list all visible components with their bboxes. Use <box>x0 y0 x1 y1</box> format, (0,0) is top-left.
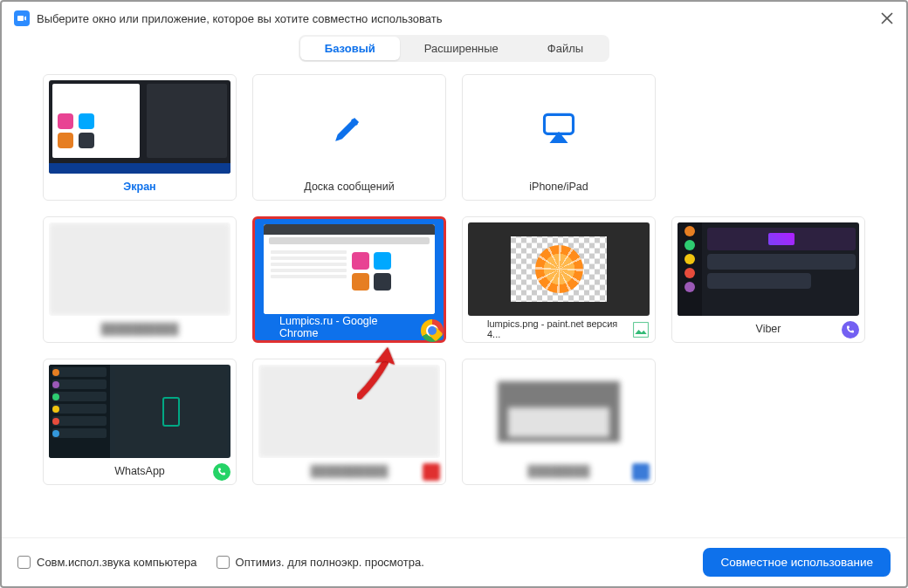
zoom-app-icon <box>14 10 30 26</box>
viber-icon <box>842 321 859 338</box>
tile-label: WhatsApp <box>44 458 236 484</box>
whatsapp-icon <box>213 463 230 481</box>
checkbox-label: Оптимиз. для полноэкр. просмотра. <box>236 556 424 569</box>
tile-label: ██████████ <box>44 316 236 342</box>
blurred-thumbnail <box>258 365 440 458</box>
tile-chrome-lumpics[interactable]: Lumpics.ru - Google Chrome <box>252 216 446 343</box>
tile-label: Доска сообщений <box>253 174 445 200</box>
tab-files[interactable]: Файлы <box>523 37 608 60</box>
checkbox-optimize-video[interactable]: Оптимиз. для полноэкр. просмотра. <box>217 556 424 569</box>
whatsapp-thumbnail <box>49 365 230 458</box>
tab-advanced[interactable]: Расширенные <box>400 37 523 60</box>
tile-label: lumpics.png - paint.net версия 4... <box>463 316 655 342</box>
close-button[interactable] <box>880 11 894 25</box>
checkbox-share-audio[interactable]: Совм.испол.звука компьютера <box>17 556 197 569</box>
viber-thumbnail <box>678 222 859 316</box>
app-icon-blurred <box>632 463 650 481</box>
checkbox-box <box>17 556 31 569</box>
svg-rect-1 <box>634 323 649 338</box>
tile-app-blurred-3[interactable]: ████████ <box>462 359 656 485</box>
footer: Совм.испол.звука компьютера Оптимиз. для… <box>2 537 906 586</box>
tile-whiteboard[interactable]: Доска сообщений <box>252 74 446 201</box>
tile-label: iPhone/iPad <box>463 174 655 200</box>
tile-label: ████████ <box>463 458 655 484</box>
checkbox-box <box>217 556 230 569</box>
share-button[interactable]: Совместное использование <box>703 548 891 577</box>
checkbox-label: Совм.испол.звука компьютера <box>37 556 197 569</box>
tile-app-blurred-1[interactable]: ██████████ <box>43 216 237 343</box>
blurred-thumbnail <box>468 365 650 458</box>
tile-label: Viber <box>672 316 864 342</box>
tile-whatsapp[interactable]: WhatsApp <box>43 359 237 485</box>
paintnet-thumbnail <box>468 222 650 316</box>
whiteboard-icon <box>258 80 440 174</box>
titlebar: Выберите окно или приложение, которое вы… <box>2 2 906 35</box>
paintnet-icon <box>632 321 650 338</box>
tile-paintnet[interactable]: lumpics.png - paint.net версия 4... <box>462 216 656 343</box>
dialog-title: Выберите окно или приложение, которое вы… <box>37 12 880 25</box>
share-options-grid: Экран Доска сообщений iPhone/iPad ██████… <box>2 74 906 537</box>
chrome-thumbnail <box>264 224 435 314</box>
tile-iphone-ipad[interactable]: iPhone/iPad <box>462 74 656 201</box>
svg-rect-0 <box>545 114 574 133</box>
tabs: Базовый Расширенные Файлы <box>2 35 906 62</box>
screen-thumbnail <box>49 80 230 174</box>
blurred-thumbnail <box>49 222 230 316</box>
tile-app-blurred-2[interactable]: ██████████ <box>252 359 446 485</box>
tile-viber[interactable]: Viber <box>671 216 865 343</box>
tile-label: Экран <box>44 174 236 200</box>
tab-basic[interactable]: Базовый <box>300 37 400 60</box>
app-icon-blurred <box>423 463 440 481</box>
airplay-icon <box>468 80 650 174</box>
tile-label: ██████████ <box>253 458 445 484</box>
share-dialog: Выберите окно или приложение, которое вы… <box>2 2 906 586</box>
tile-label: Lumpics.ru - Google Chrome <box>255 314 444 340</box>
tile-screen[interactable]: Экран <box>43 74 237 201</box>
chrome-icon <box>421 319 438 337</box>
